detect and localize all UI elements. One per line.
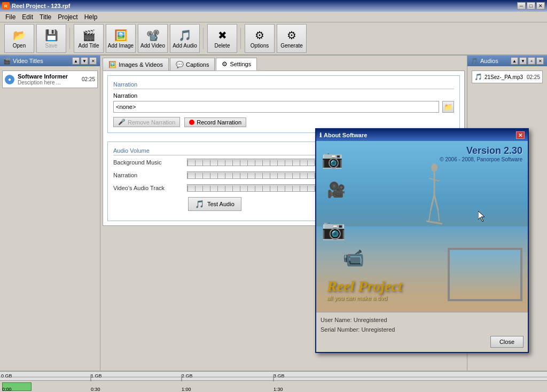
- delete-label: Delete: [215, 43, 230, 49]
- add-video-label: Add Video: [140, 43, 165, 49]
- panel-down-button[interactable]: ▼: [81, 57, 88, 65]
- tv-display: [448, 248, 522, 301]
- toolbar-separator-3: [240, 28, 241, 49]
- timeline: 0 GB 1 GB 2 GB 3 GB 0:00 0:30 1:00 1:30: [0, 371, 547, 392]
- about-close-button[interactable]: Close: [490, 336, 523, 348]
- test-audio-icon: 🎵: [195, 200, 204, 208]
- svg-line-11: [426, 221, 442, 224]
- time-label-30: 0:30: [91, 387, 100, 392]
- toolbar: 📂 Open 💾 Save 🎬 Add Title 🖼️ Add Image 📽…: [0, 22, 547, 56]
- delete-button[interactable]: ✖ Delete: [207, 24, 237, 53]
- remove-narration-label: Remove Narration: [128, 119, 175, 126]
- menu-title[interactable]: Title: [36, 12, 54, 22]
- about-dialog-icon: ℹ: [319, 132, 322, 139]
- user-name-row: User Name: Unregistered: [321, 317, 523, 323]
- tab-bar: 🖼️ Images & Videos 💬 Captions ⚙ Settings: [100, 56, 467, 70]
- settings-icon: ⚙: [222, 60, 228, 68]
- timeline-bar-area: 0:00 0:30 1:00 1:30: [0, 381, 547, 392]
- surfer-figure: [426, 162, 442, 226]
- about-dialog-footer: User Name: Unregistered Serial Number: U…: [316, 312, 528, 352]
- add-audio-button[interactable]: 🎵 Add Audio: [170, 24, 200, 53]
- logo-text: Reel Project: [327, 278, 402, 295]
- narration-row: 📁: [113, 101, 454, 113]
- window-controls: ─ □ ✕: [517, 2, 545, 10]
- generate-button[interactable]: ⚙ Generate: [277, 24, 307, 53]
- record-narration-label: Record Narration: [197, 119, 241, 126]
- tab-settings-label: Settings: [230, 61, 251, 67]
- camera3-icon: 📷: [322, 218, 346, 241]
- camera4-icon: 📹: [343, 248, 364, 268]
- tab-images-videos-label: Images & Videos: [119, 61, 163, 68]
- camera1-icon: 📷: [322, 149, 343, 169]
- narration-section-title: Narration: [113, 81, 454, 89]
- menu-bar: File Edit Title Project Help: [0, 12, 547, 22]
- video-item[interactable]: ● Software Informer Desciption here ... …: [2, 70, 98, 88]
- time-label-130: 1:30: [274, 387, 283, 392]
- add-audio-label: Add Audio: [173, 43, 197, 49]
- tab-captions[interactable]: 💬 Captions: [170, 58, 215, 70]
- generate-icon: ⚙: [287, 29, 296, 42]
- add-video-button[interactable]: 📽️ Add Video: [138, 24, 168, 53]
- save-button[interactable]: 💾 Save: [36, 24, 66, 53]
- panel-close-button[interactable]: ✕: [89, 57, 97, 65]
- audio-file-icon: 🎵: [474, 73, 482, 81]
- browse-narration-button[interactable]: 📁: [442, 101, 454, 113]
- copyright-text: © 2006 - 2008, Panorpoe Software: [440, 156, 522, 162]
- tv-screen: [450, 250, 520, 299]
- film-icon: 🎬: [3, 58, 11, 65]
- menu-edit[interactable]: Edit: [19, 12, 36, 22]
- options-button[interactable]: ⚙ Options: [245, 24, 275, 53]
- menu-file[interactable]: File: [2, 12, 19, 22]
- generate-label: Generate: [280, 43, 303, 49]
- save-icon: 💾: [45, 29, 58, 42]
- remove-icon: 🎤: [118, 119, 126, 126]
- version-number: Version 2.30: [440, 145, 522, 156]
- narration-input[interactable]: [113, 101, 439, 113]
- audio-filename: 21Sez-_PA.mp3: [485, 74, 525, 80]
- bg-music-label: Background Music: [113, 159, 183, 166]
- audio-item[interactable]: 🎵 21Sez-_PA.mp3 02:25: [472, 70, 543, 83]
- delete-icon: ✖: [218, 29, 227, 42]
- audios-header: 🎵 Audios ▲ ▼ + ✕: [467, 56, 547, 66]
- about-dialog-titlebar: ℹ About Software ✕: [316, 129, 528, 141]
- video-titles-header: 🎬 Video Titles ▲ ▼ ✕: [0, 56, 100, 66]
- record-narration-button[interactable]: Record Narration: [184, 117, 246, 127]
- narration-buttons: 🎤 Remove Narration Record Narration: [113, 117, 454, 127]
- audios-down-button[interactable]: ▼: [519, 57, 527, 65]
- minimize-button[interactable]: ─: [517, 2, 526, 10]
- tab-settings[interactable]: ⚙ Settings: [216, 58, 257, 70]
- add-title-button[interactable]: 🎬 Add Title: [74, 24, 104, 53]
- about-dialog-close-icon[interactable]: ✕: [516, 131, 525, 139]
- logo-area: Reel Project all you can make a dvd: [327, 278, 402, 301]
- video-titles-label: Video Titles: [13, 58, 43, 64]
- app-icon: R: [2, 2, 10, 10]
- about-dialog-body: Version 2.30 © 2006 - 2008, Panorpoe Sof…: [316, 141, 528, 352]
- add-image-label: Add Image: [108, 43, 134, 49]
- maximize-button[interactable]: □: [527, 2, 535, 10]
- video-title: Software Informer: [18, 73, 79, 80]
- title-bar: R Reel Project - 123.rpf ─ □ ✕: [0, 0, 547, 12]
- test-audio-button[interactable]: 🎵 Test Audio: [188, 197, 241, 211]
- about-dialog: ℹ About Software ✕ Version 2.30 © 2006 -…: [315, 128, 529, 353]
- add-title-label: Add Title: [79, 43, 99, 49]
- close-button[interactable]: ✕: [536, 2, 545, 10]
- open-label: Open: [13, 43, 26, 49]
- serial-number-label: Serial Number:: [321, 326, 360, 333]
- video-description: Desciption here ...: [18, 80, 79, 85]
- audios-close-button[interactable]: ✕: [536, 57, 544, 65]
- add-audio-icon: 🎵: [178, 29, 192, 42]
- svg-line-8: [434, 194, 438, 210]
- menu-project[interactable]: Project: [54, 12, 81, 22]
- toolbar-separator-1: [69, 28, 71, 49]
- open-button[interactable]: 📂 Open: [4, 24, 34, 53]
- audios-up-button[interactable]: ▲: [511, 57, 518, 65]
- add-image-button[interactable]: 🖼️ Add Image: [106, 24, 136, 53]
- video-info: Software Informer Desciption here ...: [18, 73, 79, 85]
- tab-images-videos[interactable]: 🖼️ Images & Videos: [103, 58, 169, 70]
- panel-up-button[interactable]: ▲: [72, 57, 80, 65]
- options-label: Options: [251, 43, 269, 49]
- remove-narration-button[interactable]: 🎤 Remove Narration: [113, 117, 180, 127]
- menu-help[interactable]: Help: [81, 12, 101, 22]
- toolbar-separator-2: [203, 28, 204, 49]
- audios-add-button[interactable]: +: [528, 57, 535, 65]
